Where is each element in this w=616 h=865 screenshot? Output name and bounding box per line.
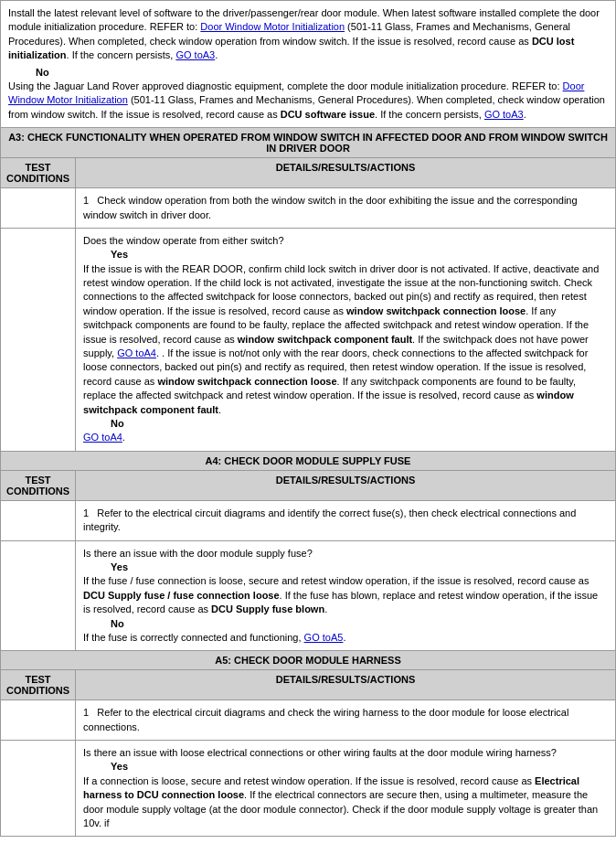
go-to-a5-link[interactable]: GO toA5 [304,632,344,643]
test-conditions-a3-result [1,228,76,451]
test-conditions-a3-step1 [1,188,76,229]
step-number: 1 [83,707,89,718]
details-header-a3: DETAILS/RESULTS/ACTIONS [76,158,616,188]
test-conditions-header-a4: TEST CONDITIONS [1,470,76,500]
top-content-row: Install the latest relevant level of sof… [1,1,616,128]
section-a3-step1: 1 Check window operation from both the w… [1,188,616,229]
details-header-a4: DETAILS/RESULTS/ACTIONS [76,470,616,500]
go-to-a4-link-2[interactable]: GO toA4 [83,432,122,443]
test-conditions-a4-result [1,540,76,651]
door-window-link-1[interactable]: Door Window Motor Initialization [200,21,345,32]
details-a3-result: Does the window operate from either swit… [76,228,616,451]
section-a3-header-row: A3: CHECK FUNCTIONALITY WHEN OPERATED FR… [1,128,616,158]
details-a4-step1: 1 Refer to the electrical circuit diagra… [76,500,616,540]
section-a4: A4: CHECK DOOR MODULE SUPPLY FUSE TEST C… [1,451,616,651]
go-to-a3-link-1[interactable]: GO toA3 [175,49,215,60]
section-a4-header-row: A4: CHECK DOOR MODULE SUPPLY FUSE [1,451,616,470]
test-conditions-header-a3: TEST CONDITIONS [1,158,76,188]
section-a3-col-headers: TEST CONDITIONS DETAILS/RESULTS/ACTIONS [1,158,616,188]
section-a4-step1: 1 Refer to the electrical circuit diagra… [1,500,616,540]
step-number: 1 [83,507,89,518]
test-conditions-a5-result [1,741,76,837]
test-conditions-header-a5: TEST CONDITIONS [1,670,76,700]
top-section: Install the latest relevant level of sof… [1,1,616,128]
section-a3: A3: CHECK FUNCTIONALITY WHEN OPERATED FR… [1,128,616,452]
section-a4-header: A4: CHECK DOOR MODULE SUPPLY FUSE [1,451,616,470]
section-a5-step1: 1 Refer to the electrical circuit diagra… [1,700,616,741]
details-header-a5: DETAILS/RESULTS/ACTIONS [76,670,616,700]
section-a3-result: Does the window operate from either swit… [1,228,616,451]
step-number: 1 [83,195,89,206]
section-a5-header: A5: CHECK DOOR MODULE HARNESS [1,651,616,670]
details-a3-step1: 1 Check window operation from both the w… [76,188,616,229]
top-content-cell: Install the latest relevant level of sof… [1,1,616,128]
section-a4-result: Is there an issue with the door module s… [1,540,616,651]
details-a5-step1: 1 Refer to the electrical circuit diagra… [76,700,616,741]
details-a5-result: Is there an issue with loose electrical … [76,741,616,837]
door-window-link-2[interactable]: Door Window Motor Initialization [8,80,584,105]
test-conditions-a5-step1 [1,700,76,741]
go-to-a3-link-2[interactable]: GO toA3 [484,109,524,120]
details-a4-result: Is there an issue with the door module s… [76,540,616,651]
section-a5-header-row: A5: CHECK DOOR MODULE HARNESS [1,651,616,670]
section-a5-col-headers: TEST CONDITIONS DETAILS/RESULTS/ACTIONS [1,670,616,700]
section-a5-result: Is there an issue with loose electrical … [1,741,616,837]
go-to-a4-link-1[interactable]: GO toA4 [117,347,156,358]
section-a3-header: A3: CHECK FUNCTIONALITY WHEN OPERATED FR… [1,128,616,158]
test-conditions-a4-step1 [1,500,76,540]
section-a5: A5: CHECK DOOR MODULE HARNESS TEST CONDI… [1,651,616,837]
section-a4-col-headers: TEST CONDITIONS DETAILS/RESULTS/ACTIONS [1,470,616,500]
